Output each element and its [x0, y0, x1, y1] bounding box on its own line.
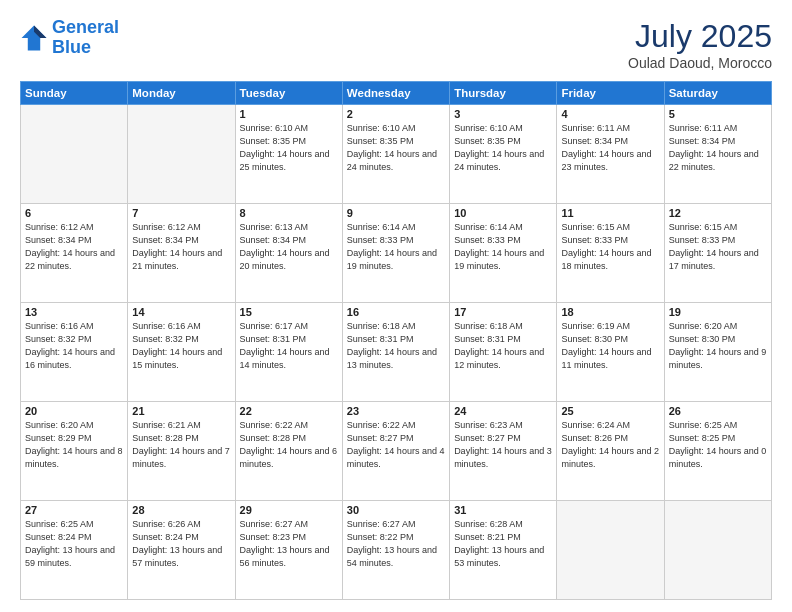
- calendar-cell: 11Sunrise: 6:15 AMSunset: 8:33 PMDayligh…: [557, 204, 664, 303]
- cell-info: Sunrise: 6:20 AMSunset: 8:29 PMDaylight:…: [25, 419, 123, 471]
- cell-info: Sunrise: 6:24 AMSunset: 8:26 PMDaylight:…: [561, 419, 659, 471]
- cell-info: Sunrise: 6:21 AMSunset: 8:28 PMDaylight:…: [132, 419, 230, 471]
- cell-info: Sunrise: 6:10 AMSunset: 8:35 PMDaylight:…: [454, 122, 552, 174]
- calendar-cell: 31Sunrise: 6:28 AMSunset: 8:21 PMDayligh…: [450, 501, 557, 600]
- calendar-cell: 2Sunrise: 6:10 AMSunset: 8:35 PMDaylight…: [342, 105, 449, 204]
- day-number: 28: [132, 504, 230, 516]
- cell-info: Sunrise: 6:10 AMSunset: 8:35 PMDaylight:…: [347, 122, 445, 174]
- logo-text: General Blue: [52, 18, 119, 58]
- calendar-cell: 25Sunrise: 6:24 AMSunset: 8:26 PMDayligh…: [557, 402, 664, 501]
- day-number: 5: [669, 108, 767, 120]
- cell-info: Sunrise: 6:13 AMSunset: 8:34 PMDaylight:…: [240, 221, 338, 273]
- week-row-1: 1Sunrise: 6:10 AMSunset: 8:35 PMDaylight…: [21, 105, 772, 204]
- week-row-3: 13Sunrise: 6:16 AMSunset: 8:32 PMDayligh…: [21, 303, 772, 402]
- calendar-cell: 20Sunrise: 6:20 AMSunset: 8:29 PMDayligh…: [21, 402, 128, 501]
- calendar-cell: 22Sunrise: 6:22 AMSunset: 8:28 PMDayligh…: [235, 402, 342, 501]
- day-number: 12: [669, 207, 767, 219]
- week-row-4: 20Sunrise: 6:20 AMSunset: 8:29 PMDayligh…: [21, 402, 772, 501]
- day-number: 7: [132, 207, 230, 219]
- cell-info: Sunrise: 6:27 AMSunset: 8:22 PMDaylight:…: [347, 518, 445, 570]
- calendar-cell: 19Sunrise: 6:20 AMSunset: 8:30 PMDayligh…: [664, 303, 771, 402]
- calendar-cell: [21, 105, 128, 204]
- day-number: 24: [454, 405, 552, 417]
- cell-info: Sunrise: 6:14 AMSunset: 8:33 PMDaylight:…: [347, 221, 445, 273]
- col-header-friday: Friday: [557, 82, 664, 105]
- calendar-cell: 21Sunrise: 6:21 AMSunset: 8:28 PMDayligh…: [128, 402, 235, 501]
- day-number: 4: [561, 108, 659, 120]
- cell-info: Sunrise: 6:22 AMSunset: 8:27 PMDaylight:…: [347, 419, 445, 471]
- calendar-cell: 10Sunrise: 6:14 AMSunset: 8:33 PMDayligh…: [450, 204, 557, 303]
- week-row-5: 27Sunrise: 6:25 AMSunset: 8:24 PMDayligh…: [21, 501, 772, 600]
- calendar-cell: 8Sunrise: 6:13 AMSunset: 8:34 PMDaylight…: [235, 204, 342, 303]
- day-number: 8: [240, 207, 338, 219]
- calendar-cell: 17Sunrise: 6:18 AMSunset: 8:31 PMDayligh…: [450, 303, 557, 402]
- day-number: 29: [240, 504, 338, 516]
- calendar-cell: 27Sunrise: 6:25 AMSunset: 8:24 PMDayligh…: [21, 501, 128, 600]
- day-number: 18: [561, 306, 659, 318]
- col-header-thursday: Thursday: [450, 82, 557, 105]
- calendar-cell: 28Sunrise: 6:26 AMSunset: 8:24 PMDayligh…: [128, 501, 235, 600]
- day-number: 13: [25, 306, 123, 318]
- calendar-cell: [128, 105, 235, 204]
- day-number: 19: [669, 306, 767, 318]
- cell-info: Sunrise: 6:25 AMSunset: 8:24 PMDaylight:…: [25, 518, 123, 570]
- calendar-cell: 24Sunrise: 6:23 AMSunset: 8:27 PMDayligh…: [450, 402, 557, 501]
- week-row-2: 6Sunrise: 6:12 AMSunset: 8:34 PMDaylight…: [21, 204, 772, 303]
- cell-info: Sunrise: 6:15 AMSunset: 8:33 PMDaylight:…: [561, 221, 659, 273]
- logo: General Blue: [20, 18, 119, 58]
- calendar-cell: 15Sunrise: 6:17 AMSunset: 8:31 PMDayligh…: [235, 303, 342, 402]
- day-number: 16: [347, 306, 445, 318]
- cell-info: Sunrise: 6:20 AMSunset: 8:30 PMDaylight:…: [669, 320, 767, 372]
- page: General Blue July 2025 Oulad Daoud, Moro…: [0, 0, 792, 612]
- calendar-cell: 29Sunrise: 6:27 AMSunset: 8:23 PMDayligh…: [235, 501, 342, 600]
- col-header-sunday: Sunday: [21, 82, 128, 105]
- calendar-cell: [557, 501, 664, 600]
- cell-info: Sunrise: 6:11 AMSunset: 8:34 PMDaylight:…: [669, 122, 767, 174]
- header: General Blue July 2025 Oulad Daoud, Moro…: [20, 18, 772, 71]
- cell-info: Sunrise: 6:14 AMSunset: 8:33 PMDaylight:…: [454, 221, 552, 273]
- cell-info: Sunrise: 6:12 AMSunset: 8:34 PMDaylight:…: [25, 221, 123, 273]
- calendar-cell: 16Sunrise: 6:18 AMSunset: 8:31 PMDayligh…: [342, 303, 449, 402]
- header-row: SundayMondayTuesdayWednesdayThursdayFrid…: [21, 82, 772, 105]
- day-number: 17: [454, 306, 552, 318]
- calendar-cell: 9Sunrise: 6:14 AMSunset: 8:33 PMDaylight…: [342, 204, 449, 303]
- cell-info: Sunrise: 6:12 AMSunset: 8:34 PMDaylight:…: [132, 221, 230, 273]
- day-number: 31: [454, 504, 552, 516]
- cell-info: Sunrise: 6:16 AMSunset: 8:32 PMDaylight:…: [25, 320, 123, 372]
- day-number: 25: [561, 405, 659, 417]
- calendar-cell: 26Sunrise: 6:25 AMSunset: 8:25 PMDayligh…: [664, 402, 771, 501]
- calendar-table: SundayMondayTuesdayWednesdayThursdayFrid…: [20, 81, 772, 600]
- col-header-saturday: Saturday: [664, 82, 771, 105]
- day-number: 27: [25, 504, 123, 516]
- cell-info: Sunrise: 6:18 AMSunset: 8:31 PMDaylight:…: [347, 320, 445, 372]
- cell-info: Sunrise: 6:10 AMSunset: 8:35 PMDaylight:…: [240, 122, 338, 174]
- col-header-wednesday: Wednesday: [342, 82, 449, 105]
- cell-info: Sunrise: 6:27 AMSunset: 8:23 PMDaylight:…: [240, 518, 338, 570]
- calendar-cell: 14Sunrise: 6:16 AMSunset: 8:32 PMDayligh…: [128, 303, 235, 402]
- day-number: 11: [561, 207, 659, 219]
- day-number: 30: [347, 504, 445, 516]
- title-block: July 2025 Oulad Daoud, Morocco: [628, 18, 772, 71]
- calendar-cell: 13Sunrise: 6:16 AMSunset: 8:32 PMDayligh…: [21, 303, 128, 402]
- day-number: 9: [347, 207, 445, 219]
- calendar-cell: 12Sunrise: 6:15 AMSunset: 8:33 PMDayligh…: [664, 204, 771, 303]
- calendar-cell: 30Sunrise: 6:27 AMSunset: 8:22 PMDayligh…: [342, 501, 449, 600]
- cell-info: Sunrise: 6:19 AMSunset: 8:30 PMDaylight:…: [561, 320, 659, 372]
- day-number: 6: [25, 207, 123, 219]
- day-number: 26: [669, 405, 767, 417]
- calendar-cell: 3Sunrise: 6:10 AMSunset: 8:35 PMDaylight…: [450, 105, 557, 204]
- logo-icon: [20, 24, 48, 52]
- cell-info: Sunrise: 6:26 AMSunset: 8:24 PMDaylight:…: [132, 518, 230, 570]
- cell-info: Sunrise: 6:23 AMSunset: 8:27 PMDaylight:…: [454, 419, 552, 471]
- month-title: July 2025: [628, 18, 772, 55]
- cell-info: Sunrise: 6:28 AMSunset: 8:21 PMDaylight:…: [454, 518, 552, 570]
- day-number: 20: [25, 405, 123, 417]
- day-number: 2: [347, 108, 445, 120]
- calendar-cell: 23Sunrise: 6:22 AMSunset: 8:27 PMDayligh…: [342, 402, 449, 501]
- col-header-tuesday: Tuesday: [235, 82, 342, 105]
- day-number: 3: [454, 108, 552, 120]
- day-number: 21: [132, 405, 230, 417]
- calendar-cell: 4Sunrise: 6:11 AMSunset: 8:34 PMDaylight…: [557, 105, 664, 204]
- logo-line2: Blue: [52, 37, 91, 57]
- cell-info: Sunrise: 6:15 AMSunset: 8:33 PMDaylight:…: [669, 221, 767, 273]
